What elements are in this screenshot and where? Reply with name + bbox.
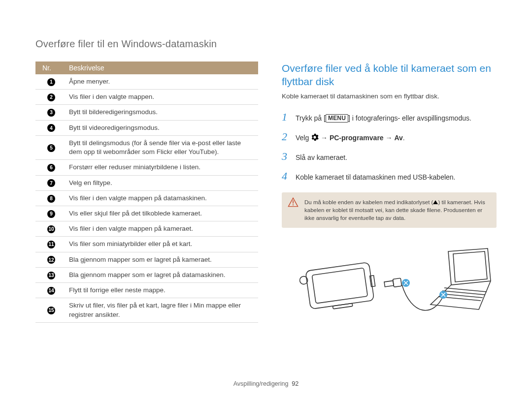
svg-rect-6 — [332, 303, 352, 309]
step-number: 2 — [282, 130, 290, 143]
step-4-text: Koble kameraet til datamaskinen med USB-… — [296, 173, 456, 181]
steps-list: 1 Trykk på [MENU] i fotograferings- elle… — [282, 111, 497, 183]
step-1: 1 Trykk på [MENU] i fotograferings- elle… — [282, 111, 497, 123]
table-row: 7Velg en filtype. — [35, 175, 258, 190]
table-cell-nr: 1 — [35, 74, 62, 90]
step-2: 2 Velg → PC-programvare → Av. — [282, 130, 497, 143]
left-column: Nr. Beskrivelse 1Åpne menyer.2Vis filer … — [35, 62, 258, 325]
table-cell-desc: Bytt til bilderedigeringsmodus. — [62, 105, 258, 120]
table-cell-nr: 6 — [35, 160, 62, 175]
section-title: Overføre filer ved å koble til kameraet … — [282, 62, 497, 89]
table-cell-desc: Bla gjennom mapper som er lagret på kame… — [62, 252, 258, 267]
table-cell-nr: 10 — [35, 221, 62, 237]
circled-number-icon: 4 — [47, 124, 55, 132]
svg-rect-8 — [393, 278, 401, 287]
table-cell-nr: 11 — [35, 237, 62, 252]
svg-rect-7 — [384, 280, 394, 286]
step-2-bold1: PC-programvare — [330, 134, 384, 142]
table-cell-nr: 4 — [35, 120, 62, 135]
circled-number-icon: 5 — [47, 144, 55, 152]
content-columns: Nr. Beskrivelse 1Åpne menyer.2Vis filer … — [35, 62, 497, 325]
step-1-text-a: Trykk på [ — [296, 114, 326, 122]
table-cell-nr: 15 — [35, 298, 62, 322]
table-row: 13Bla gjennom mapper som er lagret på da… — [35, 267, 258, 282]
table-cell-nr: 5 — [35, 135, 62, 159]
table-row: 14Flytt til forrige eller neste mappe. — [35, 283, 258, 298]
warning-icon — [288, 197, 299, 209]
table-row: 12Bla gjennom mapper som er lagret på ka… — [35, 252, 258, 267]
table-cell-nr: 9 — [35, 206, 62, 221]
table-cell-desc: Vis filer i den valgte mappen på datamas… — [62, 190, 258, 206]
triangle-up-icon — [433, 200, 438, 204]
circled-number-icon: 12 — [47, 256, 55, 264]
table-cell-nr: 2 — [35, 90, 62, 105]
table-cell-desc: Vis eller skjul filer på det tilkoblede … — [62, 206, 258, 221]
circled-number-icon: 1 — [47, 78, 55, 86]
step-2-arrow2: → — [384, 134, 395, 142]
note-text-a: Du må koble enden av kabelen med indikat… — [304, 199, 433, 205]
table-header-nr: Nr. — [35, 62, 62, 74]
table-cell-nr: 12 — [35, 252, 62, 267]
circled-number-icon: 8 — [47, 195, 55, 203]
table-cell-desc: Skriv ut filer, vis filer på et kart, la… — [62, 298, 258, 322]
step-2-dot: . — [403, 134, 405, 142]
table-row: 5Bytt til delingsmodus (for å sende file… — [35, 135, 258, 159]
circled-number-icon: 9 — [47, 210, 55, 218]
step-3-text: Slå av kameraet. — [296, 154, 347, 161]
connection-diagram — [282, 242, 497, 325]
section-intro: Koble kameraet til datamaskinen som en f… — [282, 93, 497, 100]
footer-page-number: 92 — [292, 380, 299, 387]
table-row: 11Vis filer som miniatyrbilder eller på … — [35, 237, 258, 252]
svg-rect-3 — [312, 268, 367, 303]
svg-point-1 — [293, 204, 294, 205]
table-cell-nr: 7 — [35, 175, 62, 190]
table-row: 8Vis filer i den valgte mappen på datama… — [35, 190, 258, 206]
table-row: 1Åpne menyer. — [35, 74, 258, 90]
page-header: Overføre filer til en Windows-datamaskin — [35, 38, 497, 50]
step-number: 3 — [282, 150, 290, 163]
description-table: Nr. Beskrivelse 1Åpne menyer.2Vis filer … — [35, 62, 258, 323]
table-cell-nr: 8 — [35, 190, 62, 206]
circled-number-icon: 7 — [47, 179, 55, 187]
table-cell-desc: Bytt til delingsmodus (for å sende filer… — [62, 135, 258, 159]
step-2-bold2: Av — [394, 134, 402, 142]
table-cell-desc: Vis filer som miniatyrbilder eller på et… — [62, 237, 258, 252]
table-row: 2Vis filer i den valgte mappen. — [35, 90, 258, 105]
step-number: 1 — [282, 111, 290, 123]
step-3: 3 Slå av kameraet. — [282, 150, 497, 163]
table-header-desc: Beskrivelse — [62, 62, 258, 74]
step-2-arrow1: → — [319, 134, 330, 142]
footer-section: Avspilling/redigering — [233, 380, 289, 387]
circled-number-icon: 15 — [47, 307, 55, 314]
page-footer: Avspilling/redigering 92 — [0, 380, 532, 387]
gear-icon — [311, 133, 319, 141]
table-cell-desc: Forstørr eller reduser miniatyrbildene i… — [62, 160, 258, 175]
table-cell-desc: Åpne menyer. — [62, 74, 258, 90]
table-cell-nr: 13 — [35, 267, 62, 282]
table-row: 10Vis filer i den valgte mappen på kamer… — [35, 221, 258, 237]
circled-number-icon: 13 — [47, 272, 55, 279]
table-cell-nr: 14 — [35, 283, 62, 298]
right-column: Overføre filer ved å koble til kameraet … — [282, 62, 497, 325]
step-1-text-b: ] i fotograferings- eller avspillingsmod… — [348, 114, 471, 122]
table-row: 6Forstørr eller reduser miniatyrbildene … — [35, 160, 258, 175]
table-cell-desc: Bytt til videoredigeringsmodus. — [62, 120, 258, 135]
step-4: 4 Koble kameraet til datamaskinen med US… — [282, 170, 497, 183]
circled-number-icon: 10 — [47, 225, 55, 233]
table-cell-desc: Flytt til forrige eller neste mappe. — [62, 283, 258, 298]
step-number: 4 — [282, 170, 290, 183]
warning-note: Du må koble enden av kabelen med indikat… — [282, 192, 497, 228]
circled-number-icon: 2 — [47, 93, 55, 101]
table-row: 4Bytt til videoredigeringsmodus. — [35, 120, 258, 135]
table-cell-desc: Vis filer i den valgte mappen på kamerae… — [62, 221, 258, 237]
table-cell-desc: Vis filer i den valgte mappen. — [62, 90, 258, 105]
circled-number-icon: 6 — [47, 164, 55, 172]
step-2-text-a: Velg — [296, 134, 311, 142]
menu-key-icon: MENU — [326, 114, 348, 123]
table-row: 9Vis eller skjul filer på det tilkoblede… — [35, 206, 258, 221]
table-cell-desc: Bla gjennom mapper som er lagret på data… — [62, 267, 258, 282]
table-cell-desc: Velg en filtype. — [62, 175, 258, 190]
table-row: 3Bytt til bilderedigeringsmodus. — [35, 105, 258, 120]
circled-number-icon: 3 — [47, 109, 55, 117]
circled-number-icon: 14 — [47, 287, 55, 295]
